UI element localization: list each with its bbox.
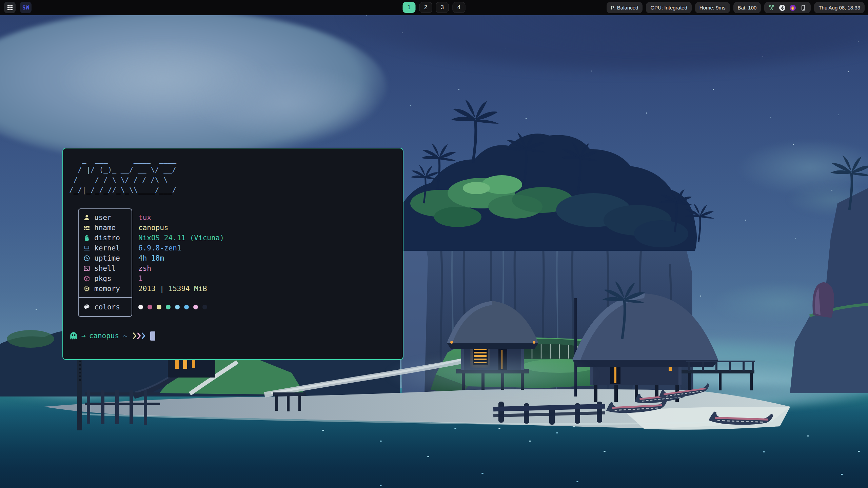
bar-right: P: BalancedGPU: IntegratedHome: 9msBat: … [607,2,865,13]
prompt-chevron-2 [141,332,145,340]
module-home-latency[interactable]: Home: 9ms [695,2,730,13]
fetch-value-kernel: 6.9.8-zen1 [138,243,224,253]
fetch-label-box: userhnamedistrokerneluptimeshellpkgsmemo… [78,208,132,317]
prompt-hostname: canopus [89,331,119,341]
palette-dot-4 [175,305,180,309]
packages-icon [83,275,91,282]
memory-icon [83,285,91,292]
shell-prompt: → canopus ~ [69,331,155,341]
palette-icon [83,303,91,311]
fetch-value-user: tux [138,212,224,223]
shore-mist [383,352,600,396]
clock-module[interactable]: Thu Aug 08, 18:33 [814,2,865,13]
flame-icon[interactable] [789,4,796,11]
fetch-row-shell: shell [83,263,132,273]
fetch-row-uptime: uptime [83,253,132,263]
palette-dot-1 [147,305,152,309]
terminal-palette-dots [138,302,224,312]
nixos-ascii-logo: _ ___ ____ ____ / |/ (_)_ __/ __ \/ __/ … [69,155,397,195]
palette-dot-2 [157,305,161,309]
fetch-values: tuxcanopusNixOS 24.11 (Vicuna)6.9.8-zen1… [138,208,224,317]
app-grid-icon [7,4,13,11]
palette-dot-0 [138,305,143,309]
fetch-row-pkgs: pkgs [83,273,132,284]
kernel-icon [83,244,91,252]
fetch-row-user: user [83,212,132,223]
fetch-value-hname: canopus [138,223,224,233]
terminal-cursor [150,331,155,341]
fetch-row-kernel: kernel [83,243,132,253]
fetch-label: uptime [94,253,120,263]
fastfetch-output: userhnamedistrokerneluptimeshellpkgsmemo… [78,208,397,317]
clock-text: Thu Aug 08, 18:33 [818,5,860,11]
fetch-row-hname: hname [83,223,132,233]
fetch-label: distro [94,233,120,243]
terminal-window[interactable]: _ ___ ____ ____ / |/ (_)_ __/ __ \/ __/ … [62,148,403,360]
colors-label: colors [94,302,120,312]
hostname-icon [83,224,91,231]
workspace-switcher: 1234 [403,2,466,13]
fetch-value-pkgs: 1 [138,273,224,284]
fetch-row-memory: memory [83,284,132,294]
fetch-label: kernel [94,243,120,253]
fetch-label: shell [94,263,116,273]
ghost-icon [69,332,78,340]
fetch-value-memory: 2013 | 15394 MiB [138,284,224,294]
prompt-chevrons [133,332,145,340]
fetch-value-list: tuxcanopusNixOS 24.11 (Vicuna)6.9.8-zen1… [138,212,224,294]
colors-row: colors [83,302,132,312]
workspace-button-3[interactable]: 3 [436,2,449,13]
uptime-icon [83,255,91,262]
palette-dot-7 [202,305,207,309]
fetch-value-shell: zsh [138,263,224,273]
scissors-icon[interactable] [768,4,775,11]
wm-logo-button[interactable]: $W [20,2,32,13]
shell-icon [83,265,91,272]
prompt-chevron-0 [133,332,137,340]
fetch-label: hname [94,223,116,233]
palette-dot-6 [193,305,198,309]
prompt-chevron-1 [137,332,141,340]
fetch-value-distro: NixOS 24.11 (Vicuna) [138,233,224,243]
fetch-label: memory [94,284,120,294]
system-tray [764,2,811,13]
workspace-button-4[interactable]: 4 [453,2,466,13]
fetch-label: pkgs [94,273,112,284]
desktop: $W 1234 P: BalancedGPU: IntegratedHome: … [0,0,868,488]
bluetooth-icon[interactable] [779,4,786,11]
fetch-colors-section: colors [79,297,132,316]
user-icon [83,214,91,221]
phone-icon[interactable] [800,4,807,11]
fetch-value-uptime: 4h 18m [138,253,224,263]
top-bar: $W 1234 P: BalancedGPU: IntegratedHome: … [0,0,868,15]
app-launcher-button[interactable] [4,2,16,13]
module-battery[interactable]: Bat: 100 [733,2,761,13]
prompt-arrow: → [81,331,86,341]
workspace-button-1[interactable]: 1 [403,2,416,13]
fetch-label: user [94,212,112,223]
fetch-labels: userhnamedistrokerneluptimeshellpkgsmemo… [79,209,132,297]
wm-logo-text: $W [22,4,29,11]
palette-dot-3 [166,305,171,309]
fetch-row-distro: distro [83,233,132,243]
bar-left: $W [4,2,32,13]
palette-dot-5 [184,305,189,309]
module-power-profile[interactable]: P: Balanced [607,2,643,13]
prompt-path: ~ [123,331,127,341]
workspace-button-2[interactable]: 2 [419,2,432,13]
module-gpu[interactable]: GPU: Integrated [646,2,691,13]
distro-icon [83,234,91,242]
